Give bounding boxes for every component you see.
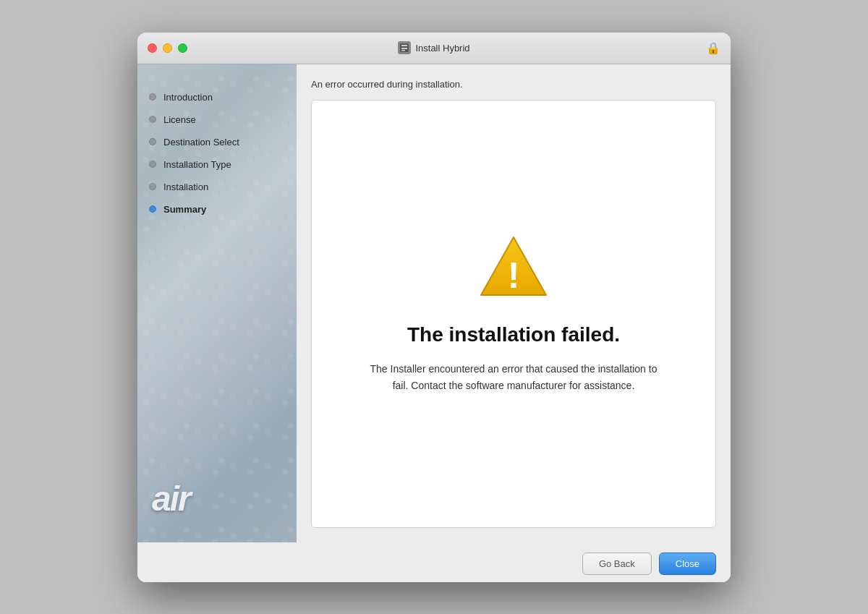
error-box: ! The installation failed. The Installer… — [311, 100, 716, 528]
traffic-lights — [148, 43, 187, 53]
sidebar-item-introduction[interactable]: Introduction — [137, 86, 297, 108]
app-icon — [398, 41, 411, 54]
titlebar: Install Hybrid 🔒 — [137, 33, 731, 64]
error-subtitle: An error occurred during installation. — [311, 79, 716, 90]
sidebar-label-introduction: Introduction — [163, 92, 213, 103]
close-button-footer[interactable]: Close — [659, 553, 716, 575]
maximize-button[interactable] — [178, 43, 187, 53]
go-back-button[interactable]: Go Back — [582, 553, 652, 575]
svg-rect-1 — [401, 45, 407, 46]
window-title-area: Install Hybrid — [398, 41, 469, 54]
svg-rect-2 — [401, 48, 407, 49]
lock-icon: 🔒 — [706, 41, 720, 55]
warning-icon: ! — [477, 234, 550, 302]
svg-rect-3 — [401, 50, 405, 51]
warning-triangle-svg: ! — [477, 234, 550, 299]
sidebar-nav: Introduction License Destination Select … — [137, 79, 297, 470]
sidebar-item-installation-type[interactable]: Installation Type — [137, 153, 297, 176]
minimize-button[interactable] — [163, 43, 172, 53]
window-title: Install Hybrid — [415, 43, 469, 54]
sidebar-label-license: License — [163, 114, 196, 125]
sidebar: Introduction License Destination Select … — [137, 64, 297, 542]
sidebar-item-license[interactable]: License — [137, 108, 297, 131]
sidebar-label-installation: Installation — [163, 182, 208, 192]
sidebar-item-installation[interactable]: Installation — [137, 176, 297, 198]
sidebar-logo: air — [137, 470, 297, 528]
logo-text: air — [152, 482, 190, 516]
nav-dot-license — [149, 116, 156, 123]
sidebar-label-summary: Summary — [163, 204, 206, 215]
main-panel: An error occurred during installation. ! — [297, 64, 731, 542]
sidebar-item-summary[interactable]: Summary — [137, 198, 297, 221]
close-button[interactable] — [148, 43, 157, 53]
nav-dot-summary — [149, 205, 156, 213]
svg-text:!: ! — [508, 255, 520, 296]
nav-dot-installation-type — [149, 161, 156, 168]
nav-dot-destination — [149, 138, 156, 145]
installer-window: Install Hybrid 🔒 Introduction License De… — [137, 33, 731, 582]
main-content: Introduction License Destination Select … — [137, 64, 731, 542]
sidebar-label-destination: Destination Select — [163, 137, 239, 148]
nav-dot-installation — [149, 183, 156, 190]
sidebar-label-installation-type: Installation Type — [163, 159, 231, 170]
error-title: The installation failed. — [407, 323, 620, 346]
error-body: The Installer encountered an error that … — [369, 361, 658, 393]
footer: Go Back Close — [137, 542, 731, 582]
nav-dot-introduction — [149, 93, 156, 101]
sidebar-item-destination-select[interactable]: Destination Select — [137, 131, 297, 153]
